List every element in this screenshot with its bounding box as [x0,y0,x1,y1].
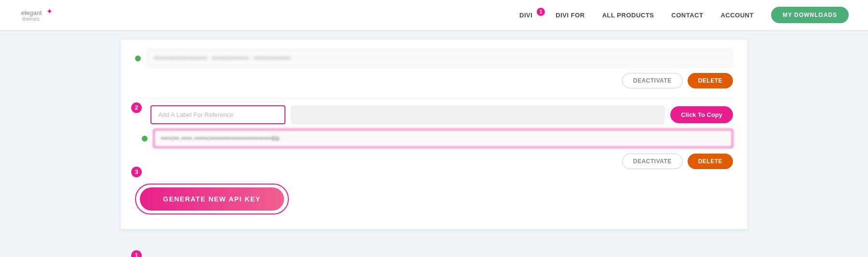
step-badge-3: 3 [131,167,142,177]
nav-item-all-products[interactable]: ALL PRODUCTS [602,12,654,19]
label-copy-row: Click To Copy [135,105,733,124]
nav-item-divi[interactable]: DIVI 1 [519,12,538,19]
label-copy-section: 2 Click To Copy 3 [135,105,733,148]
generate-section: 1 GENERATE NEW API KEY [135,184,289,214]
copy-btn-wrapper: Click To Copy [670,106,733,123]
step-badge-1: 1 [131,250,142,257]
action-row-2: DEACTIVATE DELETE [135,154,733,169]
generate-outline: GENERATE NEW API KEY [135,184,289,214]
api-key-row-2 [142,129,733,148]
label-input[interactable] [150,105,285,124]
api-keys-card: DEACTIVATE DELETE 2 Click To Copy 3 [121,40,747,229]
nav-item-account[interactable]: ACCOUNT [720,12,754,19]
divi-badge: 1 [537,8,545,16]
divider-1 [135,98,733,99]
action-row-1: DEACTIVATE DELETE [135,73,733,88]
nav-item-contact[interactable]: CONTACT [671,12,703,19]
status-dot-2 [142,136,148,142]
delete-button-2[interactable]: DELETE [688,154,733,169]
step-badge-2: 2 [131,102,142,113]
status-dot-1 [135,56,141,61]
delete-button-1[interactable]: DELETE [688,73,733,88]
copy-button[interactable]: Click To Copy [670,106,733,123]
nav-item-divi-for[interactable]: DIVI FOR [556,12,584,19]
api-key-input-2[interactable] [153,129,733,148]
main-header: elegant themes ✦ DIVI 1 DIVI FOR ALL PRO… [0,0,868,30]
svg-text:✦: ✦ [46,7,53,15]
deactivate-button-1[interactable]: DEACTIVATE [622,73,683,88]
main-content: DEACTIVATE DELETE 2 Click To Copy 3 [0,30,868,239]
elegant-themes-logo: elegant themes ✦ [19,5,77,25]
deactivate-button-2[interactable]: DEACTIVATE [622,154,683,169]
label-fill-area [291,106,665,124]
api-key-row-1 [135,49,733,67]
svg-text:themes: themes [22,16,40,22]
main-nav: DIVI 1 DIVI FOR ALL PRODUCTS CONTACT ACC… [519,7,849,23]
api-key-input-1[interactable] [147,49,733,67]
my-downloads-button[interactable]: MY DOWNLOADS [771,7,849,23]
logo: elegant themes ✦ [19,5,77,25]
generate-api-key-button[interactable]: GENERATE NEW API KEY [140,187,284,211]
svg-text:elegant: elegant [21,9,42,16]
